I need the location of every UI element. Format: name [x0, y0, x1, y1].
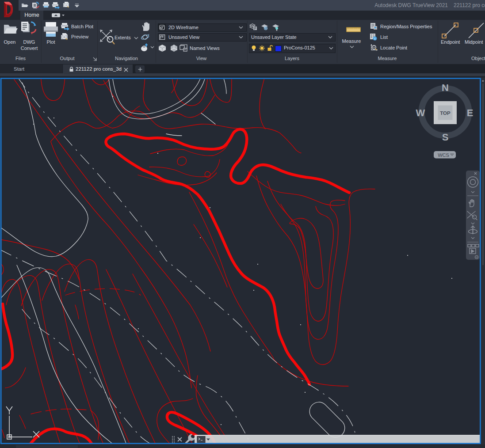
- svg-text:E: E: [467, 107, 474, 118]
- svg-text:W: W: [416, 107, 425, 118]
- svg-text:WCS: WCS: [438, 152, 449, 158]
- svg-text:S: S: [442, 132, 449, 143]
- svg-text:TOP: TOP: [440, 110, 451, 116]
- svg-text:N: N: [442, 82, 449, 93]
